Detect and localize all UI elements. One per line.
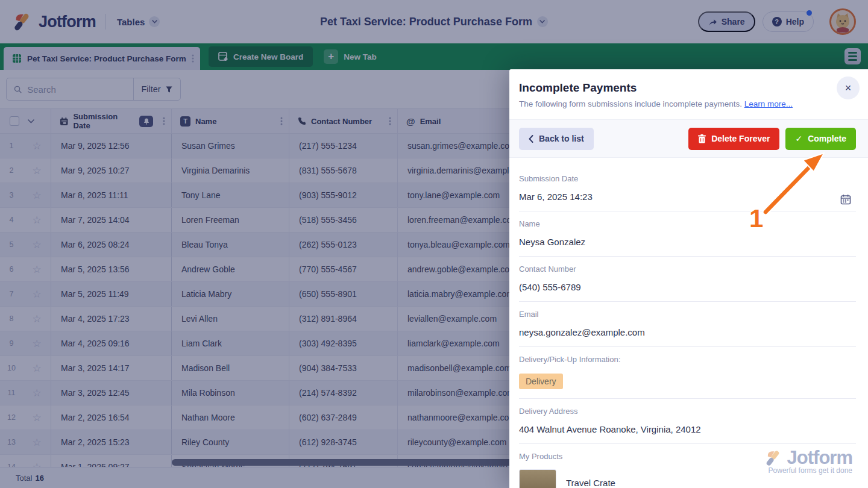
- field-name: Name Neysa Gonzalez: [519, 211, 856, 257]
- delivery-tag[interactable]: Delivery: [519, 374, 563, 389]
- close-button[interactable]: ×: [837, 77, 860, 99]
- incomplete-payments-panel: Incomplete Payments The following form s…: [509, 69, 868, 488]
- jotform-watermark-icon: [764, 449, 782, 467]
- panel-title: Incomplete Payments: [519, 81, 856, 95]
- delete-forever-button[interactable]: Delete Forever: [688, 128, 779, 150]
- field-delivery-info: Delivery/Pick-Up Information: Delivery: [519, 347, 856, 399]
- field-submission-date: Submission Date Mar 6, 2025 14:23: [519, 166, 856, 211]
- field-contact-number: Contact Number (540) 555-6789: [519, 257, 856, 302]
- chevron-left-icon: [529, 135, 533, 143]
- calendar-picker-icon[interactable]: [840, 194, 851, 207]
- learn-more-link[interactable]: Learn more...: [744, 99, 793, 108]
- trash-icon: [698, 134, 706, 143]
- jotform-watermark: Jotform Powerful forms get it done: [764, 447, 852, 475]
- close-icon: ×: [845, 82, 852, 95]
- panel-subtitle: The following form submissions include i…: [519, 99, 856, 108]
- panel-header: Incomplete Payments The following form s…: [509, 69, 868, 108]
- back-to-list-button[interactable]: Back to list: [519, 128, 594, 150]
- submission-detail-fields: Submission Date Mar 6, 2025 14:23 Name N…: [509, 158, 868, 488]
- check-icon: ✓: [795, 134, 802, 143]
- complete-button[interactable]: ✓ Complete: [785, 128, 856, 150]
- panel-action-bar: Back to list Delete Forever ✓ Complete: [509, 119, 868, 158]
- product-image: [519, 469, 556, 488]
- field-delivery-address: Delivery Address 404 Walnut Avenue Roano…: [519, 399, 856, 444]
- app-window: Jotform Tables Pet Taxi Service: Product…: [0, 0, 868, 488]
- field-email: Email neysa.gonzalez@example.com: [519, 302, 856, 347]
